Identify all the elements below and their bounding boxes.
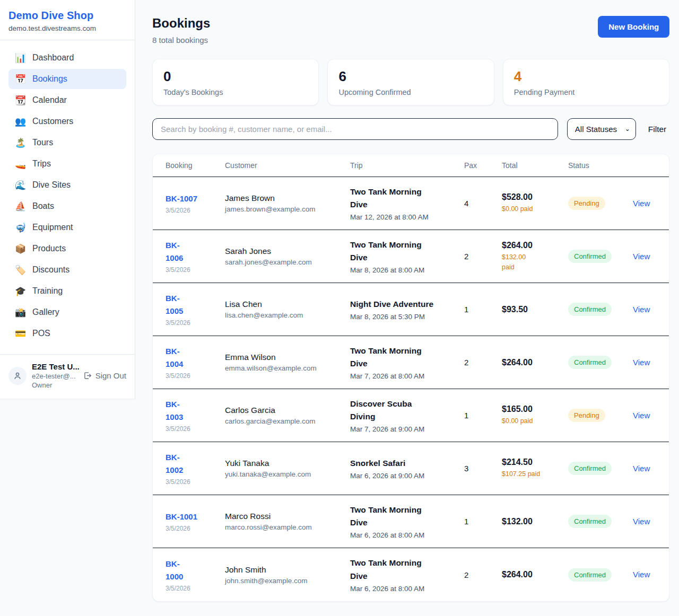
sidebar-item-equipment[interactable]: 🤿 Equipment — [8, 217, 126, 237]
booking-id-link[interactable]: BK-1007 — [166, 192, 197, 205]
booking-id-link[interactable]: BK-1001 — [166, 511, 197, 523]
booking-cell: BK- 1000 3/5/2026 — [166, 558, 225, 592]
actions-cell: View — [633, 411, 656, 420]
sidebar-item-pos[interactable]: 💳 POS — [8, 323, 126, 344]
sidebar-item-calendar[interactable]: 📆 Calendar — [8, 90, 126, 110]
trip-datetime: Mar 6, 2026 at 8:00 AM — [350, 585, 458, 593]
trip-cell: Two Tank Morning Dive Mar 7, 2026 at 8:0… — [350, 345, 464, 380]
column-header-booking: Booking — [166, 161, 225, 170]
filter-button[interactable]: Filter — [645, 125, 669, 134]
sidebar-item-label: Training — [32, 286, 63, 296]
sidebar-item-dashboard[interactable]: 📊 Dashboard — [8, 48, 126, 68]
sidebar-item-bookings[interactable]: 📅 Bookings — [8, 69, 126, 89]
user-section: E2E Test U... e2e-tester@... Owner Sign … — [0, 354, 135, 399]
trip-cell: Night Dive Adventure Mar 8, 2026 at 5:30… — [350, 298, 464, 321]
booking-date: 3/5/2026 — [166, 478, 219, 486]
booking-cell: BK- 1005 3/5/2026 — [166, 292, 225, 327]
trip-datetime: Mar 8, 2026 at 5:30 PM — [350, 313, 458, 321]
page-title: Bookings — [152, 16, 210, 31]
sidebar-item-gallery[interactable]: 📸 Gallery — [8, 302, 126, 322]
view-link[interactable]: View — [633, 411, 650, 420]
trip-name: Two Tank Morning Dive — [350, 504, 458, 529]
status-cell: Confirmed — [568, 462, 633, 475]
user-info: E2E Test U... e2e-tester@... Owner — [32, 362, 76, 389]
customer-email: lisa.chen@example.com — [225, 311, 344, 319]
status-cell: Pending — [568, 409, 633, 422]
sign-out-label: Sign Out — [95, 371, 126, 380]
trip-name: Two Tank Morning Dive — [350, 186, 458, 211]
customer-cell: John Smith john.smith@example.com — [225, 565, 350, 585]
booking-id-link[interactable]: BK- 1002 — [166, 451, 183, 477]
sailboat-icon: ⛵ — [15, 202, 25, 211]
sidebar-item-label: Bookings — [32, 74, 67, 84]
diving-mask-icon: 🤿 — [15, 223, 25, 232]
status-badge: Confirmed — [568, 568, 612, 582]
booking-id-link[interactable]: BK- 1006 — [166, 239, 183, 265]
booking-date: 3/5/2026 — [166, 372, 219, 380]
actions-cell: View — [633, 358, 656, 367]
status-cell: Confirmed — [568, 515, 633, 528]
new-booking-button[interactable]: New Booking — [598, 16, 669, 38]
trip-datetime: Mar 6, 2026 at 9:00 AM — [350, 472, 458, 480]
table-header-row: Booking Customer Trip Pax Total Status — [153, 154, 669, 177]
status-cell: Confirmed — [568, 250, 633, 263]
booking-id-link[interactable]: BK- 1005 — [166, 292, 183, 318]
status-cell: Confirmed — [568, 356, 633, 369]
sidebar-item-tours[interactable]: 🏝️ Tours — [8, 133, 126, 153]
customer-name: Sarah Jones — [225, 247, 344, 256]
total-cell: $165.00 $0.00 paid — [502, 404, 568, 426]
view-link[interactable]: View — [633, 252, 650, 261]
sidebar-item-dive-sites[interactable]: 🌊 Dive Sites — [8, 175, 126, 195]
sidebar-item-discounts[interactable]: 🏷️ Discounts — [8, 260, 126, 280]
status-filter-select[interactable]: All Statuses — [567, 118, 636, 140]
customer-cell: Lisa Chen lisa.chen@example.com — [225, 300, 350, 319]
total-cell: $264.00 $132.00 paid — [502, 241, 568, 272]
brand-link[interactable]: Demo Dive Shop demo.test.divestreams.com — [0, 0, 135, 40]
total-cell: $132.00 — [502, 517, 568, 526]
column-header-status: Status — [568, 161, 633, 170]
status-cell: Confirmed — [568, 303, 633, 316]
brand-name[interactable]: Demo Dive Shop — [8, 10, 126, 22]
sidebar-item-label: POS — [32, 329, 50, 338]
view-link[interactable]: View — [633, 517, 650, 526]
trip-name: Two Tank Morning Dive — [350, 239, 458, 264]
column-header-pax: Pax — [464, 161, 502, 170]
booking-cell: BK-1007 3/5/2026 — [166, 192, 225, 214]
table-row: BK- 1006 3/5/2026 Sarah Jones sarah.jone… — [153, 230, 669, 283]
sidebar-item-boats[interactable]: ⛵ Boats — [8, 196, 126, 216]
sidebar-item-trips[interactable]: 🚤 Trips — [8, 154, 126, 174]
bookings-count: 8 total bookings — [152, 36, 210, 45]
customer-cell: Sarah Jones sarah.jones@example.com — [225, 247, 350, 266]
total-amount: $264.00 — [502, 358, 562, 367]
total-amount: $264.00 — [502, 570, 562, 579]
booking-cell: BK-1001 3/5/2026 — [166, 511, 225, 532]
sign-out-button[interactable]: Sign Out — [83, 371, 126, 380]
booking-id-link[interactable]: BK- 1000 — [166, 558, 183, 583]
stat-label: Today's Bookings — [163, 88, 308, 96]
booking-date: 3/5/2026 — [166, 425, 219, 433]
camera-flash-icon: 📸 — [15, 308, 25, 317]
package-icon: 📦 — [15, 244, 25, 253]
booking-id-link[interactable]: BK- 1004 — [166, 345, 183, 371]
view-link[interactable]: View — [633, 464, 650, 473]
sidebar-item-label: Boats — [32, 201, 54, 211]
view-link[interactable]: View — [633, 199, 650, 208]
actions-cell: View — [633, 464, 656, 473]
view-link[interactable]: View — [633, 305, 650, 314]
sidebar-item-products[interactable]: 📦 Products — [8, 239, 126, 259]
user-email: e2e-tester@... — [32, 372, 76, 380]
status-filter-wrap: All Statuses ⌄ — [567, 118, 636, 140]
stat-card-upcoming-confirmed: 6 Upcoming Confirmed — [327, 59, 494, 105]
sidebar-item-label: Equipment — [32, 223, 73, 232]
customer-email: john.smith@example.com — [225, 577, 344, 585]
booking-id-link[interactable]: BK- 1003 — [166, 398, 183, 424]
customer-email: carlos.garcia@example.com — [225, 417, 344, 425]
view-link[interactable]: View — [633, 570, 650, 579]
sidebar-item-label: Calendar — [32, 95, 67, 105]
sidebar-item-customers[interactable]: 👥 Customers — [8, 111, 126, 131]
view-link[interactable]: View — [633, 358, 650, 367]
trip-name: Two Tank Morning Dive — [350, 557, 458, 582]
sidebar-item-training[interactable]: 🎓 Training — [8, 281, 126, 301]
search-input[interactable] — [152, 118, 558, 140]
user-icon — [13, 371, 22, 381]
